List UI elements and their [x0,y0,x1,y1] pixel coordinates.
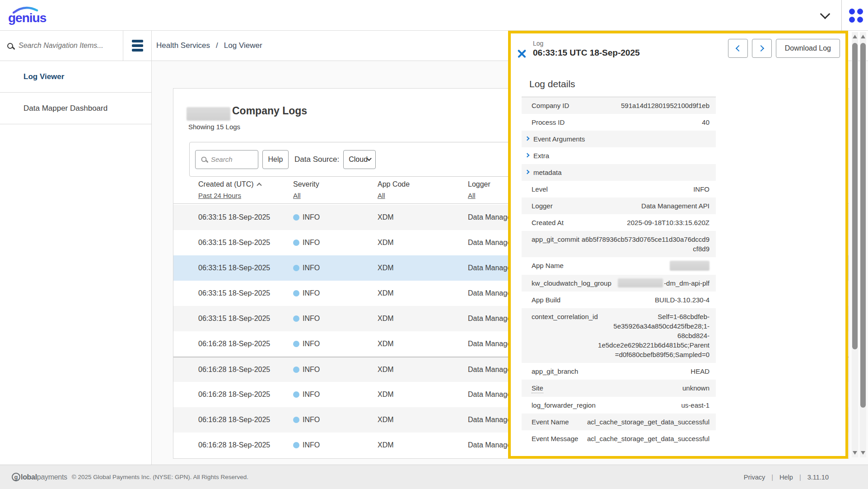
cell-app-code: XDM [378,289,394,297]
footer-separator: | [771,474,773,481]
detail-label: App Build [532,295,560,305]
detail-label: kw_cloudwatch_log_group [532,278,611,288]
table-search-box [195,150,258,169]
footer-separator: | [799,474,801,481]
filter-created-at[interactable]: Past 24 Hours [198,192,241,199]
detail-value: HEAD [691,367,709,376]
detail-label: Created At [532,218,564,227]
filter-logger[interactable]: All [468,192,476,199]
detail-label: Level [532,184,548,194]
log-details-heading: Log details [529,79,845,89]
detail-label: Logger [532,201,553,211]
close-icon[interactable] [517,49,527,59]
privacy-link[interactable]: Privacy [744,474,765,481]
detail-row: Siteunknown [522,380,716,397]
breadcrumb-log-viewer[interactable]: Log Viewer [224,41,262,50]
filter-app-code[interactable]: All [378,192,385,199]
cell-app-code: XDM [378,213,394,221]
nav-search-input[interactable] [19,42,116,50]
help-link[interactable]: Help [779,474,793,481]
detail-row: Event Nameacl_cache_storage_get_data_suc… [522,414,716,430]
globalpayments-logo: globalpayments [12,473,67,481]
genius-logo: genius [8,5,49,25]
outer-scrollbar[interactable] [860,32,866,457]
detail-row: App Name [522,257,716,275]
severity-info-dot-icon [293,417,299,423]
detail-row: log_forwarder_regionus-east-1 [522,397,716,414]
detail-value: acl_cache_storage_get_data_successful [587,434,709,443]
cell-severity: INFO [293,213,320,221]
sort-asc-icon [257,183,261,188]
cell-created-at: 06:16:28 18-Sep-2025 [198,340,270,348]
detail-label: app_git_commit [532,235,579,244]
detail-row: app_git_branchHEAD [522,363,716,380]
table-search-input[interactable] [211,155,254,163]
detail-row: Created At2025-09-18T10:33:15.620Z [522,214,716,231]
breadcrumb-health-services[interactable]: Health Services [156,41,210,50]
data-source-select[interactable]: Cloud [343,150,376,169]
scroll-up-icon[interactable] [861,35,865,38]
detail-row[interactable]: Extra [522,147,716,164]
cell-app-code: XDM [378,340,394,348]
nav-search-box [0,31,123,61]
filter-severity[interactable]: All [293,192,301,199]
header-divider [841,0,842,31]
detail-value: BUILD-3.10.230-4 [655,295,709,305]
cell-severity: INFO [293,289,320,297]
download-log-button[interactable]: Download Log [776,39,840,58]
redacted-value [670,261,709,271]
detail-value: a6b5f78936cb573d0765ce11d30a76dccd9cf8d9 [579,235,709,254]
severity-info-dot-icon [293,214,299,221]
detail-value: Self=1-68cbdfeb-5e35926a34a850cd425fbe28… [598,312,709,359]
logo-g-ring: g [12,473,20,481]
detail-row: Event Messageacl_cache_storage_get_data_… [522,430,716,447]
cell-app-code: XDM [378,441,394,449]
cell-created-at: 06:33:15 18-Sep-2025 [198,289,270,297]
column-logger[interactable]: Logger [468,180,490,188]
scrollbar-thumb[interactable] [852,43,858,349]
version-number: 3.11.10 [807,474,829,481]
redacted-value [618,278,663,287]
cell-severity: INFO [293,340,320,348]
sidebar-item-log-viewer[interactable]: Log Viewer [0,61,151,93]
next-log-button[interactable] [752,39,772,58]
detail-row: App BuildBUILD-3.10.230-4 [522,292,716,308]
detail-value: Data Management API [641,201,709,211]
column-severity[interactable]: Severity [293,180,319,188]
sidebar: Log Viewer Data Mapper Dashboard [0,31,152,465]
cell-severity: INFO [293,264,320,272]
cell-app-code: XDM [378,264,394,272]
cell-created-at: 06:33:15 18-Sep-2025 [198,315,270,323]
sidebar-item-data-mapper-dashboard[interactable]: Data Mapper Dashboard [0,93,151,124]
detail-row: LevelINFO [522,181,716,197]
scroll-down-icon[interactable] [861,451,865,455]
chevron-right-icon [758,45,764,52]
column-app-code[interactable]: App Code [378,180,410,188]
severity-info-dot-icon [293,315,299,322]
scroll-down-icon[interactable] [853,451,857,455]
profile-chevron-down-icon[interactable] [820,9,831,19]
detail-row: app_git_commita6b5f78936cb573d0765ce11d3… [522,231,716,257]
cell-severity: INFO [293,366,320,374]
detail-row[interactable]: Event Arguments [522,131,716,147]
page-title: Company Logs [232,105,307,117]
scroll-up-icon[interactable] [853,35,857,38]
results-count: Showing 15 Logs [188,123,240,131]
severity-info-dot-icon [293,442,299,448]
detail-row: Process ID40 [522,114,716,131]
sidebar-toggle-button[interactable] [123,31,151,61]
cell-app-code: XDM [378,315,394,323]
detail-row[interactable]: metadata [522,164,716,181]
logo-text: genius [8,11,46,25]
inner-scrollbar[interactable] [852,32,858,457]
data-source-label: Data Source: [294,155,339,164]
help-button[interactable]: Help [262,150,289,169]
column-created-at[interactable]: Created at (UTC) [198,180,261,188]
scrollbar-thumb[interactable] [860,43,866,408]
panel-tag: Log [533,40,640,47]
previous-log-button[interactable] [728,39,748,58]
detail-label: Extra [533,151,549,160]
app-grid-icon[interactable] [849,9,863,23]
detail-label: Site [532,383,543,393]
detail-value: -dm_dm-api-plf [618,278,709,288]
